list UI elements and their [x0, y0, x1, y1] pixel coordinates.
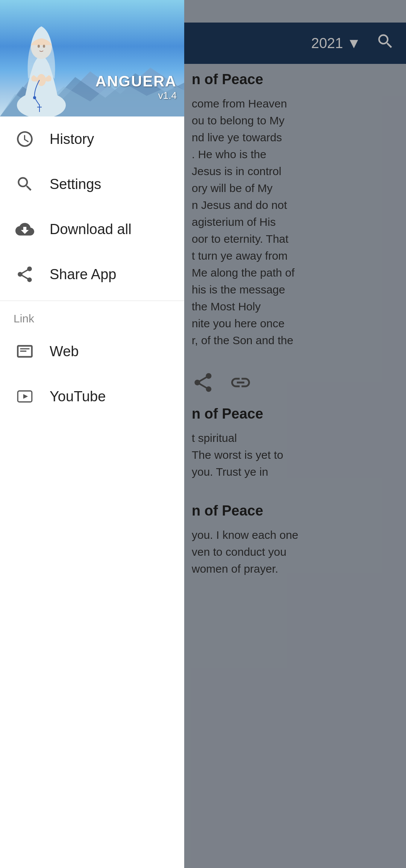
download-label: Download all: [50, 221, 132, 237]
youtube-label: YouTube: [50, 389, 106, 405]
share-app-icon: [14, 263, 36, 286]
menu-item-download[interactable]: Download all: [0, 207, 184, 252]
navigation-drawer: HD HD₂ 4G ▌▌▌▌ 4G 73 B/s ⚠ HMS 👁 ⏰ ⚡ 100…: [0, 0, 184, 868]
web-icon: [14, 340, 36, 363]
web-label: Web: [50, 343, 79, 360]
svg-point-8: [33, 96, 36, 99]
youtube-icon: [14, 385, 36, 408]
section-divider: [0, 301, 184, 301]
share-label: Share App: [50, 266, 116, 283]
menu-item-share[interactable]: Share App: [0, 252, 184, 297]
app-version-text: v1.4: [95, 90, 177, 101]
svg-point-7: [43, 45, 45, 48]
drawer-app-name: ANGUERA v1.4: [95, 73, 177, 101]
menu-item-youtube[interactable]: YouTube: [0, 374, 184, 419]
menu-item-history[interactable]: History: [0, 116, 184, 162]
history-label: History: [50, 131, 94, 147]
settings-label: Settings: [50, 176, 101, 192]
menu-item-settings[interactable]: Settings: [0, 162, 184, 207]
svg-point-4: [37, 74, 46, 86]
link-section-label: Link: [0, 305, 184, 329]
history-icon: [14, 128, 36, 150]
svg-point-6: [38, 45, 40, 48]
svg-rect-11: [20, 348, 30, 349]
menu-item-web[interactable]: Web: [0, 329, 184, 374]
menu-items-list: History Settings Download all: [0, 116, 184, 868]
mary-figure: [8, 11, 75, 116]
svg-marker-14: [23, 394, 28, 399]
svg-rect-12: [20, 351, 27, 352]
download-icon: [14, 218, 36, 240]
header-background: ANGUERA v1.4: [0, 0, 184, 116]
settings-icon: [14, 173, 36, 195]
drawer-header: HD HD₂ 4G ▌▌▌▌ 4G 73 B/s ⚠ HMS 👁 ⏰ ⚡ 100…: [0, 0, 184, 116]
app-name-text: ANGUERA: [95, 73, 177, 90]
